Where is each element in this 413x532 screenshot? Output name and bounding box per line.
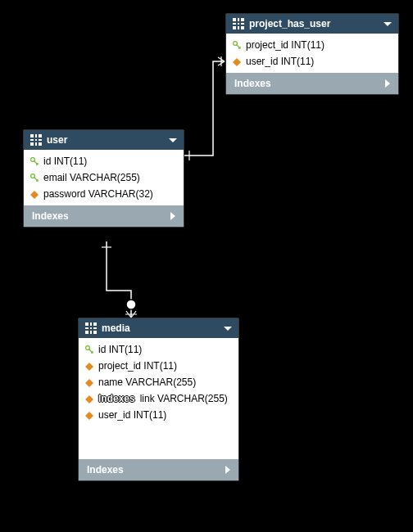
columns-list: id INT(11) email VARCHAR(255) password V… — [24, 150, 184, 205]
arrow-right-icon — [385, 79, 390, 88]
column-text: user_id INT(11) — [98, 409, 166, 421]
diamond-icon — [85, 375, 93, 383]
indexes-label: Indexes — [234, 78, 271, 89]
column-row[interactable]: id INT(11) — [79, 341, 238, 358]
table-title: user — [47, 134, 164, 146]
column-text: id INT(11) — [43, 156, 87, 167]
key-icon — [30, 157, 39, 165]
table-icon — [233, 18, 244, 29]
column-text: password VARCHAR(32) — [43, 188, 153, 200]
column-row[interactable]: Indexes link VARCHAR(255) — [79, 390, 238, 407]
columns-list: id INT(11) project_id INT(11) name VARCH… — [79, 338, 238, 426]
diamond-icon — [85, 408, 93, 416]
column-row[interactable]: project_id INT(11) — [226, 37, 398, 53]
table-media[interactable]: media id INT(11) project_id INT(11) name… — [78, 318, 239, 481]
table-project_has_user[interactable]: project_has_user project_id INT(11) user… — [225, 13, 399, 95]
column-row[interactable]: id INT(11) — [24, 153, 184, 169]
column-row[interactable]: user_id INT(11) — [79, 407, 238, 423]
key-icon — [30, 174, 39, 182]
svg-point-0 — [126, 300, 136, 309]
table-title: project_has_user — [249, 18, 379, 29]
arrow-right-icon — [170, 212, 175, 220]
table-icon — [30, 134, 42, 146]
column-row[interactable]: user_id INT(11) — [226, 53, 398, 70]
column-row[interactable]: password VARCHAR(32) — [24, 186, 184, 202]
table-user[interactable]: user id INT(11) email VARCHAR(255) passw… — [23, 129, 184, 228]
diamond-icon — [85, 358, 93, 367]
column-text: link VARCHAR(255) — [101, 393, 228, 404]
indexes-bar[interactable]: Indexes — [24, 205, 184, 227]
table-icon — [85, 322, 97, 334]
table-title: media — [102, 322, 219, 334]
indexes-label: Indexes — [32, 210, 69, 222]
column-text: user_id INT(11) — [246, 56, 314, 67]
indexes-bar[interactable]: Indexes — [226, 73, 398, 94]
indexes-bar[interactable]: Indexes — [79, 459, 238, 480]
diamond-icon — [233, 54, 241, 62]
table-header-project_has_user[interactable]: project_has_user — [226, 14, 398, 34]
table-header-media[interactable]: media — [79, 318, 238, 338]
columns-list: project_id INT(11) user_id INT(11) — [226, 34, 398, 73]
column-row[interactable]: email VARCHAR(255) — [24, 169, 184, 186]
column-text: name VARCHAR(255) — [98, 376, 196, 388]
column-row[interactable]: project_id INT(11) — [79, 358, 238, 374]
column-text: email VARCHAR(255) — [43, 172, 140, 183]
column-text: project_id INT(11) — [246, 39, 324, 51]
diamond-icon — [85, 391, 93, 399]
chevron-down-icon — [224, 327, 232, 331]
column-text: id INT(11) — [98, 344, 142, 355]
chevron-down-icon — [169, 138, 177, 142]
column-text: project_id INT(11) — [98, 360, 177, 372]
table-header-user[interactable]: user — [24, 130, 184, 150]
indexes-label: Indexes — [87, 464, 124, 476]
key-icon — [233, 41, 241, 49]
arrow-right-icon — [225, 466, 230, 474]
key-icon — [85, 345, 93, 354]
column-row[interactable]: name VARCHAR(255) — [79, 374, 238, 390]
chevron-down-icon — [384, 22, 392, 26]
diamond-icon — [30, 187, 39, 195]
